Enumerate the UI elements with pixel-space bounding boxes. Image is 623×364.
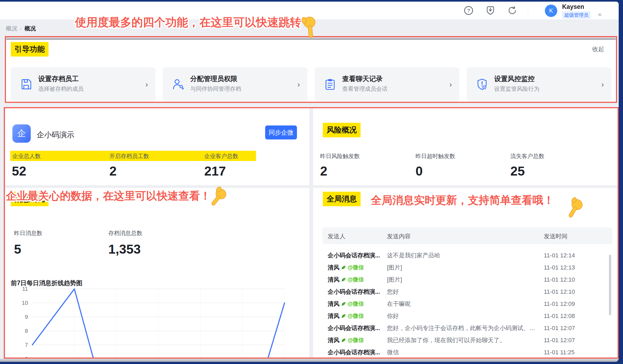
breadcrumb-separator: › <box>20 25 22 32</box>
breadcrumb: 概况›概况 <box>6 25 36 32</box>
annotation-middle: 企业最关心的数据，在这里可以快速查看！ <box>6 188 211 203</box>
guide-card-subtitle: 设置监管风险行为 <box>494 85 539 93</box>
stat-label: 企业客户总数 <box>204 152 238 160</box>
sender-name: 清风 <box>328 312 340 320</box>
table-row[interactable]: 清风 @微信 你好 11-01 12:08 <box>322 310 612 322</box>
sender-cell: 清风 @微信 <box>328 312 364 320</box>
stat-label: 昨日消息数 <box>14 229 42 237</box>
breadcrumb-root[interactable]: 概况 <box>6 25 17 32</box>
pointing-hand-down-icon <box>300 14 320 39</box>
stat-label: 企业总人数 <box>12 152 41 160</box>
guide-card-admin-rights[interactable]: 分配管理员权限 与同伴协同管理存档 › <box>163 67 307 101</box>
chevron-up-icon[interactable] <box>598 13 602 16</box>
stat-value: 52 <box>12 164 26 178</box>
wechat-tag: @微信 <box>348 337 364 344</box>
wechat-tag: @微信 <box>348 300 364 307</box>
table-scrollbar[interactable] <box>609 255 611 315</box>
stat-label: 存档消息总数 <box>108 229 142 237</box>
wechat-tag: @微信 <box>348 312 364 320</box>
user-name: Kaysen <box>562 3 584 10</box>
annotation-top: 使用度最多的四个功能，在这里可以快速跳转！ <box>75 15 313 30</box>
stat-value: 2 <box>320 164 327 178</box>
breadcrumb-current: 概况 <box>25 25 36 32</box>
table-header: 发送人 发送内容 发送时间 <box>322 228 612 244</box>
shield-alert-icon <box>476 78 488 90</box>
column-content: 发送内容 <box>387 232 411 240</box>
sender-cell: 清风 @微信 <box>328 276 364 284</box>
svg-text:10: 10 <box>22 300 28 306</box>
table-row[interactable]: 清风 @微信 我已经添加了你，现在我们可以开始聊天了。 11-01 12:07 <box>322 334 612 346</box>
sender-name: 清风 <box>328 276 340 284</box>
content-cell: 微信 <box>387 348 399 356</box>
leaf-icon <box>341 265 346 270</box>
table-row[interactable]: 企小码会话存档演... 这不是我们家产品哈 11-01 12:14 <box>322 249 612 261</box>
svg-text:11: 11 <box>22 286 28 292</box>
sender-cell: 企小码会话存档演... <box>328 288 380 296</box>
svg-text:?: ? <box>467 8 470 13</box>
content-cell: [图片] <box>387 276 402 284</box>
sender-cell: 清风 @微信 <box>328 300 364 308</box>
content-cell: [图片] <box>387 264 402 272</box>
time-cell: 11-01 12:08 <box>544 313 575 320</box>
table-row[interactable]: 清风 @微信 在干嘛呢 11-01 12:09 <box>322 298 612 310</box>
download-icon[interactable] <box>485 5 496 16</box>
table-row[interactable]: 清风 @微信 [图片] 11-01 12:10 <box>322 274 612 286</box>
guide-card-title: 设置存档员工 <box>38 74 79 83</box>
chevron-right-icon: › <box>601 80 604 89</box>
message-trend-chart: 11109876 <box>5 285 304 362</box>
company-avatar: 企 <box>12 124 31 143</box>
svg-text:7: 7 <box>25 342 28 348</box>
content-cell: 您好，企小码专注于会话存档，此帐号为企小码测试、演示... <box>387 324 541 332</box>
chevron-right-icon: › <box>297 80 300 89</box>
leaf-icon <box>341 277 346 282</box>
sender-cell: 清风 @微信 <box>328 264 364 272</box>
time-cell: 11-01 12:13 <box>544 264 575 271</box>
content-cell: 你好 <box>387 312 399 320</box>
leaf-icon <box>341 301 346 307</box>
chevron-right-icon: › <box>146 80 148 89</box>
sync-wecom-button[interactable]: 同步企微 <box>265 125 297 139</box>
stat-value: 1,353 <box>108 242 141 257</box>
collapse-link[interactable]: 收起 <box>592 45 604 53</box>
time-cell: 11-01 12:10 <box>544 276 575 283</box>
svg-text:8: 8 <box>25 328 28 334</box>
table-row[interactable]: 企小码会话存档演... 微信 11-01 11:25 <box>322 346 612 358</box>
wechat-tag: @微信 <box>348 264 364 271</box>
refresh-icon[interactable] <box>507 5 517 16</box>
content-cell: 我已经添加了你，现在我们可以开始聊天了。 <box>387 336 506 344</box>
wechat-tag: @微信 <box>348 276 364 283</box>
table-row[interactable]: 企小码会话存档演... 您好 11-01 12:10 <box>322 286 612 298</box>
guide-card-chat-records[interactable]: 查看聊天记录 查看管理成员会话 › <box>315 67 459 101</box>
table-row[interactable]: 清风 @微信 [图片] 11-01 12:13 <box>322 261 612 274</box>
guide-card-archive-staff[interactable]: 设置存档员工 选择被存档的成员 › <box>11 67 155 101</box>
guide-card-title: 设置风控监控 <box>494 74 535 83</box>
time-cell: 11-01 12:07 <box>544 325 575 332</box>
table-row[interactable]: 企小码会话存档演... 您好，企小码专注于会话存档，此帐号为企小码测试、演示..… <box>322 322 612 334</box>
stat-value: 25 <box>510 164 525 178</box>
guide-card-subtitle: 选择被存档的成员 <box>38 85 84 93</box>
guide-title: 引导功能 <box>11 42 49 57</box>
content-cell: 这不是我们家产品哈 <box>387 251 440 260</box>
company-name: 企小码演示 <box>37 130 74 140</box>
help-icon[interactable]: ? <box>463 5 474 16</box>
guide-card-subtitle: 与同伴协同管理存档 <box>190 85 241 93</box>
risk-card <box>313 108 618 185</box>
guide-card-subtitle: 查看管理成员会话 <box>342 85 387 93</box>
user-avatar[interactable]: K <box>545 5 557 17</box>
screen: ? K Kaysen 超级管理员 概况›概况 使用度最多的四个功能，在这里可以快… <box>0 0 623 364</box>
sender-name: 企小码会话存档演... <box>328 251 380 260</box>
sender-name: 清风 <box>328 264 340 272</box>
clipboard-icon <box>324 78 336 90</box>
guide-card-title: 分配管理员权限 <box>190 74 237 83</box>
stat-value: 217 <box>204 164 226 178</box>
time-cell: 11-01 12:09 <box>544 300 575 307</box>
time-cell: 11-01 11:25 <box>544 349 574 356</box>
time-cell: 11-01 12:07 <box>544 337 575 344</box>
guide-card-risk-monitor[interactable]: 设置风控监控 设置监管风险行为 › <box>467 67 611 101</box>
stat-label: 流失客户总数 <box>510 152 544 160</box>
time-cell: 11-01 12:14 <box>544 252 575 259</box>
floppy-icon <box>20 78 32 90</box>
sender-name: 清风 <box>328 336 340 344</box>
leaf-icon <box>341 313 346 319</box>
company-card <box>5 108 309 185</box>
